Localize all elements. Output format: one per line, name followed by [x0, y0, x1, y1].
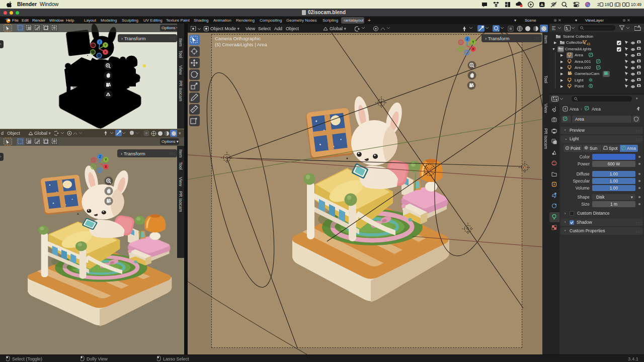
svg-text:A: A [540, 3, 543, 7]
